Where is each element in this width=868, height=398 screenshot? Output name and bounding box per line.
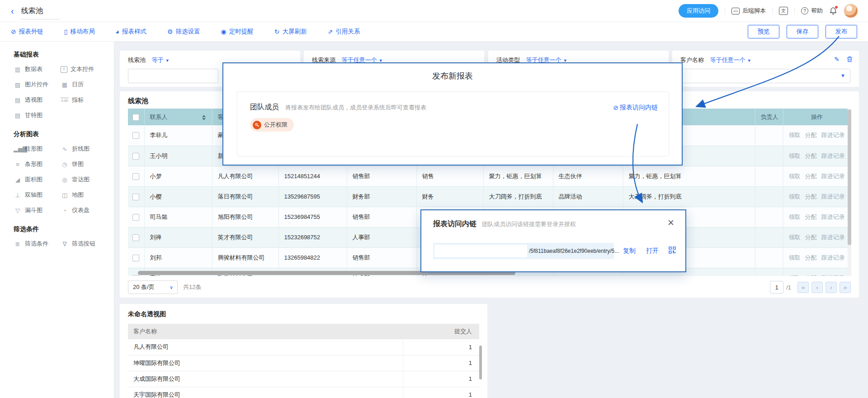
row-checkbox[interactable] [132,153,139,160]
row-action-link[interactable]: 分配 [805,213,817,220]
last-page-button[interactable]: » [840,282,851,293]
toolbar-item-mobile[interactable]: ▯移动布局 [64,28,95,36]
row-action-link[interactable]: 跟进记录 [821,275,845,276]
row-action-link[interactable]: 领取 [789,234,801,241]
cell: 聚力，钜惠，巨划算 [483,166,553,186]
toolbar-item-pie[interactable]: ◕报表样式 [115,28,146,36]
close-icon[interactable]: ✕ [667,218,675,228]
sidebar-item-dual-axis-chart[interactable]: ⊥双轴图 [14,191,61,199]
pivot-card: 未命名透视图 客户名称 提交人 凡人有限公司1坤曜国际有限公司1大成国际有限公司… [120,304,487,398]
row-action-link[interactable]: 领取 [789,275,801,276]
sidebar-item-pie-chart[interactable]: ◷饼图 [61,160,108,168]
row-action-link[interactable]: 分配 [805,152,817,159]
sidebar-item-line-chart[interactable]: ∿折线图 [61,145,108,153]
sidebar-item-calendar[interactable]: ▦日历 [61,81,108,89]
row-checkbox-cell [128,146,144,166]
row-checkbox[interactable] [132,255,139,261]
sidebar-item-indicator[interactable]: 4,80指标 [61,96,108,104]
edit-pencil-icon[interactable]: ✎ [834,56,840,63]
backend-script-button[interactable]: </> 后端脚本 [731,7,766,15]
sidebar-item-label: 饼图 [72,160,84,168]
row-checkbox[interactable] [132,214,139,221]
toolbar-item-relation[interactable]: ⇗引用关系 [327,28,360,36]
language-icon[interactable]: 文 [779,7,788,15]
toolbar-item-refresh[interactable]: ↻大屏刷新 [274,28,307,36]
sidebar-item-filter-condition[interactable]: ≣筛选条件 [14,240,61,248]
public-permission-tag[interactable]: 公开权限 [250,118,294,132]
row-action-link[interactable]: 领取 [789,152,801,159]
row-action-link[interactable]: 跟进记录 [821,173,845,180]
row-action-link[interactable]: 领取 [789,132,801,138]
row-action-link[interactable]: 分配 [805,173,817,180]
row-checkbox[interactable] [132,132,139,139]
select-all-checkbox[interactable] [132,114,139,121]
app-access-button[interactable]: 应用访问 [679,4,718,18]
sidebar-item-gauge[interactable]: ◔仪表盘 [61,206,108,214]
sidebar-item-area-chart[interactable]: ◢面积图 [14,175,61,184]
row-action-link[interactable]: 分配 [805,193,817,200]
row-action-link[interactable]: 跟进记录 [821,132,845,138]
row-action-link[interactable]: 跟进记录 [821,213,845,220]
row-action-link[interactable]: 分配 [805,132,817,138]
row-action-link[interactable]: 领取 [789,173,801,180]
avatar[interactable] [844,4,858,18]
toolbar-item-alarm[interactable]: ◉定时提醒 [221,28,253,36]
pivot-cell-customer: 大成国际有限公司 [128,371,403,387]
customer-name-select[interactable]: ▼ [680,69,850,83]
row-action-link[interactable]: 领取 [789,254,801,261]
sidebar-item-funnel-chart[interactable]: ▽漏斗图 [14,206,61,214]
save-button[interactable]: 保存 [787,25,818,38]
sidebar-item-text-widget[interactable]: T文本控件 [61,65,108,73]
toolbar-item-gear[interactable]: ⚙筛选设置 [167,28,200,36]
row-action-link[interactable]: 领取 [789,213,801,220]
sidebar-item-image-widget[interactable]: ▨图片控件 [14,81,61,89]
row-action-link[interactable]: 跟进记录 [821,193,845,200]
sidebar-item-bar-chart[interactable]: ≡条形图 [14,160,61,168]
next-page-button[interactable]: › [826,282,837,293]
row-action-link[interactable]: 分配 [805,254,817,261]
filter-input[interactable] [128,69,218,83]
filter-operator[interactable]: 等于任意一个 [710,57,745,63]
row-action-link[interactable]: 分配 [805,234,817,241]
back-icon[interactable]: ‹ [11,6,14,15]
copy-button[interactable]: 复制 [623,247,636,255]
vertical-scrollbar[interactable] [848,109,851,276]
publish-button[interactable]: 发布 [826,25,857,38]
filter-operator[interactable]: 等于 [152,57,164,63]
cell: 刘禅 [144,227,212,247]
sidebar-item-radar-chart[interactable]: ◎雷达图 [61,175,108,184]
row-checkbox[interactable] [132,275,139,276]
toolbar-item-link[interactable]: ⊘报表外链 [11,28,43,36]
row-checkbox[interactable] [132,234,139,241]
row-checkbox[interactable] [132,194,139,200]
scrollbar-thumb[interactable] [848,109,851,245]
qr-code-icon[interactable] [669,246,676,255]
row-action-link[interactable]: 领取 [789,193,801,200]
row-action-link[interactable]: 跟进记录 [821,234,845,241]
first-page-button[interactable]: « [797,282,809,293]
sidebar-item-column-chart[interactable]: ▂▅▇柱形图 [14,145,61,153]
trash-icon[interactable] [847,56,853,63]
row-action-link[interactable]: 分配 [805,275,817,276]
sort-icon[interactable] [202,115,206,120]
sidebar-item-pivot[interactable]: ▤透视图 [14,96,61,104]
sidebar-item-data-table[interactable]: ▥数据表 [14,65,61,73]
row-checkbox[interactable] [132,173,139,180]
preview-button[interactable]: 预览 [748,25,779,38]
sidebar-item-label: 双轴图 [25,191,42,199]
link-icon: ⊘ [11,28,16,35]
help-button[interactable]: ? 帮助 [801,7,823,15]
report-internal-link[interactable]: ⊘报表访问内链 [613,104,658,112]
prev-page-button[interactable]: ‹ [811,282,823,293]
sidebar-item-filter-button[interactable]: ∇筛选按钮 [61,240,108,248]
open-button[interactable]: 打开 [646,247,659,255]
page-size-select[interactable]: 20 条/页∨ [128,280,178,294]
pivot-scrollbar-thumb[interactable] [479,346,482,379]
page-number-input[interactable]: 1 [770,281,783,294]
row-action-link[interactable]: 跟进记录 [821,254,845,261]
row-action-link[interactable]: 跟进记录 [821,152,845,159]
sidebar-item-map[interactable]: ◫地图 [61,191,108,199]
link-url-field[interactable]: /5f811baeaf8f26e1e2f90eeb/entry/5... [433,243,614,259]
sidebar-item-gantt[interactable]: ▤甘特图 [14,111,61,119]
notification-bell-icon[interactable] [829,7,837,15]
